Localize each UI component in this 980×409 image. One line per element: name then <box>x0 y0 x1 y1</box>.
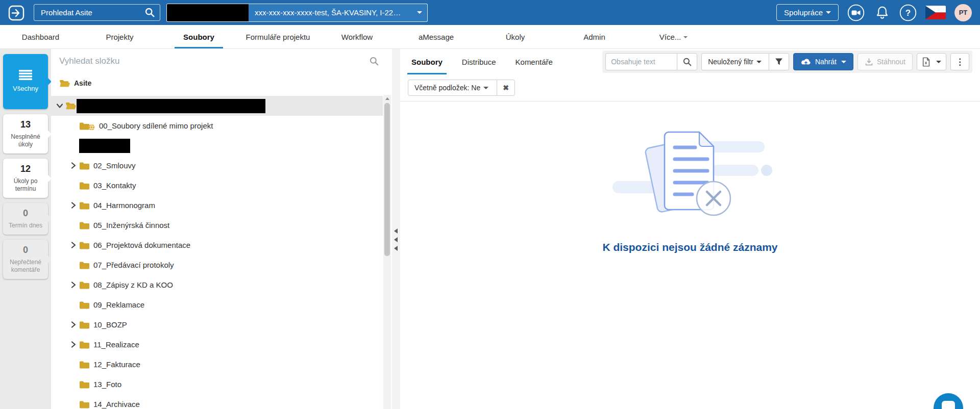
nav-item-label: Projekty <box>106 33 133 41</box>
project-selector-label: xxx-xxx-xxx-xxxx-test, ŠA-KVASINY, I-22… <box>255 8 414 17</box>
close-icon[interactable]: ✖ <box>497 80 514 95</box>
global-search-input[interactable] <box>41 8 145 17</box>
tree-row[interactable] <box>51 96 383 116</box>
upload-button[interactable]: Nahrát <box>793 53 853 70</box>
chat-launcher-glyph <box>942 401 955 409</box>
tab-komentare[interactable]: Komentáře <box>516 49 553 74</box>
tree-row[interactable]: 12_Fakturace <box>51 354 383 374</box>
download-icon <box>865 58 873 66</box>
tree-scrollbar[interactable] <box>383 95 391 409</box>
tree-row[interactable]: 13_Foto <box>51 374 383 394</box>
nav-item-projekty[interactable]: Projekty <box>80 25 159 48</box>
folder-icon <box>79 182 90 190</box>
list-icon <box>19 70 32 80</box>
folder-icon <box>79 361 90 369</box>
tab-distribuce[interactable]: Distribuce <box>462 49 496 74</box>
folder-search-input[interactable] <box>59 56 370 66</box>
folder-label: 03_Kontakty <box>93 181 136 190</box>
search-icon[interactable] <box>145 8 155 17</box>
panel-resize-divider[interactable] <box>392 49 400 409</box>
nav-item-label: Soubory <box>183 33 214 41</box>
tab-label: Komentáře <box>516 58 553 66</box>
svg-text:x: x <box>925 61 927 65</box>
search-icon[interactable] <box>370 57 379 66</box>
tree-row[interactable]: 06_Projektová dokumentace <box>51 235 383 255</box>
help-icon[interactable]: ? <box>899 4 917 21</box>
task-card-overdue-tasks[interactable]: 12Úkoly po termínu <box>3 159 48 198</box>
filter-dropdown-label: Neuložený filtr <box>708 58 753 66</box>
chevron-right-icon[interactable] <box>68 242 79 248</box>
filter-dropdown[interactable]: Neuložený filtr <box>701 53 769 70</box>
tree-row[interactable]: 04_Harmonogram <box>51 195 383 215</box>
scroll-up-arrow-icon[interactable] <box>383 95 391 102</box>
chevron-right-icon[interactable] <box>68 202 79 209</box>
nav-item-formulare-projektu[interactable]: Formuláře projektu <box>238 25 317 48</box>
task-card-unfulfilled-tasks[interactable]: 13Nesplněné úkoly <box>3 114 48 154</box>
files-panel: SouboryDistribuceKomentáře Neuložený fil… <box>400 49 980 409</box>
text-filter-input[interactable] <box>605 53 677 70</box>
search-icon[interactable] <box>677 53 697 70</box>
folder-icon <box>79 321 90 329</box>
nav-item-amessage[interactable]: aMessage <box>397 25 476 48</box>
redacted-folder-name <box>79 139 130 153</box>
chevron-right-icon[interactable] <box>68 162 79 169</box>
topbar-actions: Spolupráce ? PT <box>776 4 972 21</box>
video-call-icon[interactable] <box>847 4 865 21</box>
app-window: xxx-xxx-xxx-xxxx-test, ŠA-KVASINY, I-22…… <box>0 0 980 409</box>
task-card-all[interactable]: Všechny <box>3 54 48 109</box>
chevron-right-icon[interactable] <box>68 341 79 348</box>
tree-row[interactable]: 11_Realizace <box>51 335 383 354</box>
globe-icon <box>88 124 95 131</box>
tree-row[interactable]: 10_BOZP <box>51 315 383 335</box>
chevron-right-icon[interactable] <box>68 282 79 288</box>
folder-label: 08_Zápisy z KD a KOO <box>93 280 173 289</box>
download-button[interactable]: Stáhnout <box>857 53 913 70</box>
chevron-down-icon <box>417 11 422 14</box>
folder-icon <box>79 201 90 210</box>
filter-chip-dropdown[interactable]: Včetně podložek: Ne <box>408 80 497 95</box>
tree-row[interactable]: 07_Předávací protokoly <box>51 255 383 275</box>
project-selector[interactable]: xxx-xxx-xxx-xxxx-test, ŠA-KVASINY, I-22… <box>166 4 428 22</box>
asite-logo-icon[interactable] <box>6 3 27 23</box>
tree-row[interactable]: 03_Kontakty <box>51 175 383 195</box>
collapse-left-icon[interactable] <box>394 228 398 251</box>
task-card-unread-comments[interactable]: 0Nepřečtené komentáře <box>3 240 48 279</box>
czech-flag[interactable] <box>925 6 946 19</box>
nav-item-label: Formuláře projektu <box>246 33 310 41</box>
tree-root-asite[interactable]: Asite <box>51 73 392 93</box>
chevron-right-icon[interactable] <box>68 321 79 328</box>
tree-row[interactable]: 09_Reklamace <box>51 295 383 315</box>
tree-root-label: Asite <box>74 79 91 87</box>
nav-item-soubory[interactable]: Soubory <box>159 25 238 48</box>
redacted-project-name <box>167 4 249 22</box>
export-excel-button[interactable]: x <box>917 53 946 70</box>
more-options-button[interactable]: ⋮ <box>950 53 969 70</box>
folder-label: 12_Fakturace <box>93 360 140 369</box>
tree-row[interactable]: 05_Inženýrská činnost <box>51 215 383 235</box>
tab-soubory[interactable]: Soubory <box>411 49 443 74</box>
folder-label: 13_Foto <box>93 380 121 389</box>
nav-item-dashboard[interactable]: Dashboard <box>1 25 80 48</box>
tree-row[interactable]: 02_Smlouvy <box>51 156 383 175</box>
avatar[interactable]: PT <box>954 4 972 21</box>
folder-label: 07_Předávací protokoly <box>93 261 174 269</box>
tree-row[interactable] <box>51 136 383 156</box>
tab-label: Soubory <box>411 58 443 66</box>
folder-icon <box>79 281 90 289</box>
scrollbar-thumb[interactable] <box>384 103 390 256</box>
chevron-down-icon <box>483 87 488 89</box>
folder-open-icon <box>59 79 70 88</box>
tree-row[interactable]: 00_Soubory sdílené mimo projekt <box>51 116 383 136</box>
nav-item-admin[interactable]: Admin <box>555 25 634 48</box>
folder-icon <box>79 261 90 269</box>
chevron-down-icon[interactable] <box>54 103 65 109</box>
tree-row[interactable]: 14_Archivace <box>51 394 383 409</box>
collaboration-button[interactable]: Spolupráce <box>776 4 839 21</box>
notifications-bell-icon[interactable] <box>873 4 891 21</box>
tree-row[interactable]: 08_Zápisy z KD a KOO <box>51 275 383 295</box>
filter-funnel-icon[interactable] <box>769 53 789 70</box>
nav-item-workflow[interactable]: Workflow <box>317 25 397 48</box>
nav-item-vice[interactable]: Více... <box>634 25 713 48</box>
task-card-due-today[interactable]: 0Termín dnes <box>3 203 48 235</box>
nav-item-ukoly[interactable]: Úkoly <box>476 25 555 48</box>
